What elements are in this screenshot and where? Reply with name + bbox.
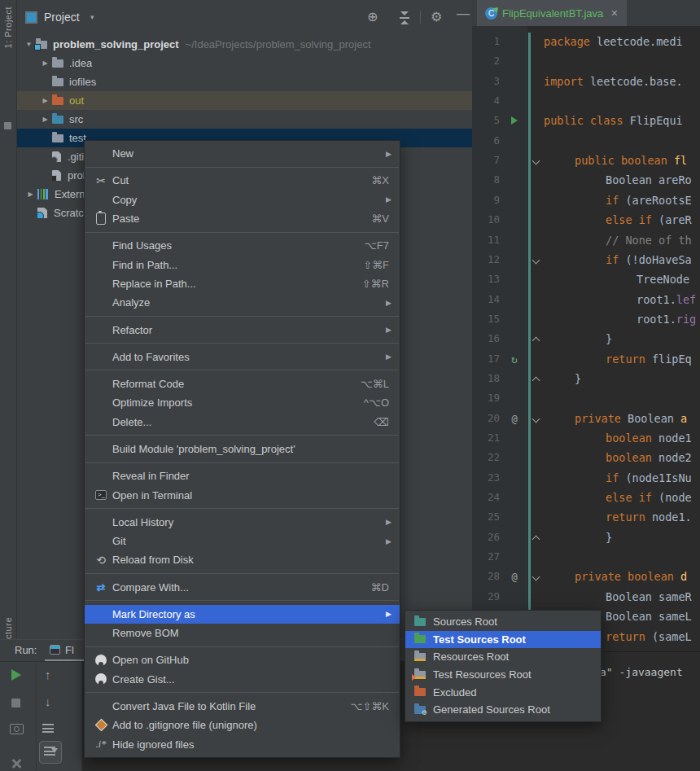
locate-file-icon[interactable]: ⊕ [367, 10, 378, 24]
menu-item-find-in-path-[interactable]: Find in Path...⇧⌘F [85, 256, 400, 274]
menu-item-label: Create Gist... [112, 673, 175, 686]
tool-window-square-icon[interactable] [4, 122, 11, 129]
expand-arrow-icon[interactable]: ▶ [38, 97, 52, 104]
submenu-item-sources-root[interactable]: Sources Root [405, 613, 601, 631]
annotation-glyph: @ [511, 414, 517, 425]
tree-item-src[interactable]: ▶src [17, 110, 472, 129]
code-editor[interactable]: 1package leetcode.medi23import leetcode.… [472, 26, 700, 651]
menu-separator [85, 573, 399, 574]
fold-marker-icon[interactable] [532, 573, 540, 581]
line-number: 6 [472, 131, 500, 151]
menu-item-reformat-code[interactable]: Reformat Code⌥⌘L [85, 375, 400, 393]
code-line-9: 9if (areRootsE [472, 191, 700, 210]
menu-item-label: Cut [112, 174, 129, 186]
expand-arrow-icon[interactable]: ▶ [38, 59, 52, 67]
menu-item-local-history[interactable]: Local History▶ [85, 513, 400, 532]
menu-item-convert-java-file-to-kotlin-file[interactable]: Convert Java File to Kotlin File⌥⇧⌘K [85, 697, 400, 716]
menu-item-open-in-terminal[interactable]: >_Open in Terminal [85, 485, 400, 504]
menu-item-compare-with-[interactable]: ⇄Compare With...⌘D [85, 577, 400, 596]
fold-marker-icon[interactable] [532, 256, 540, 264]
menu-item-hide-ignored-files[interactable]: .i*Hide ignored files [85, 735, 400, 754]
fold-marker-icon[interactable] [532, 337, 540, 345]
code-line-8: 8Boolean areRo [472, 170, 700, 190]
menu-item-optimize-imports[interactable]: Optimize Imports^⌥O [85, 393, 400, 412]
rerun-button[interactable] [11, 669, 21, 681]
editor-tab-flipequivalentbt[interactable]: C FlipEquivalentBT.java ✕ [477, 0, 627, 26]
chevron-down-icon[interactable]: ▾ [90, 13, 94, 21]
submenu-item-excluded[interactable]: Excluded [405, 683, 601, 701]
gear-icon[interactable]: ⚙ [431, 10, 442, 24]
menu-item-shortcut: ⇧⌘F [363, 259, 400, 271]
tree-item-iofiles[interactable]: iofiles [17, 72, 472, 91]
menu-item-delete-[interactable]: Delete...⌫ [85, 413, 400, 431]
mark-directory-as-submenu: Sources RootTest Sources RootResources R… [405, 610, 602, 722]
project-panel-header: Project ▾ ⊕ ⚙ — [17, 0, 472, 34]
expand-arrow-icon[interactable]: ▶ [38, 116, 52, 123]
menu-item-cut[interactable]: ✂Cut⌘X [85, 171, 400, 190]
project-view-title[interactable]: Project [44, 11, 80, 24]
submenu-item-test-sources-root[interactable]: Test Sources Root [405, 631, 601, 649]
fold-marker-icon[interactable] [532, 535, 540, 543]
code-line-10: 10else if (areR [472, 210, 700, 230]
menu-item-create-gist-[interactable]: Create Gist... [85, 670, 400, 689]
tree-item-problem-solving-project[interactable]: ▼problem_solving_project~/IdeaProjects/p… [17, 35, 472, 54]
code-line-20: 20@private Boolean a [472, 409, 700, 428]
line-number: 8 [472, 170, 500, 190]
menu-separator [85, 232, 399, 233]
run-line-icon[interactable] [505, 111, 524, 130]
submenu-item-resources-root[interactable]: Resources Root [405, 648, 601, 666]
code-text: boolean node1 [606, 428, 692, 448]
expand-arrow-icon[interactable]: ▶ [24, 191, 37, 198]
submenu-arrow-icon: ▶ [386, 518, 400, 526]
hide-panel-icon[interactable]: — [457, 7, 470, 21]
down-stack-trace-icon[interactable]: ↓ [45, 694, 51, 708]
menu-item-analyze[interactable]: Analyze▶ [85, 293, 400, 312]
menu-item-open-on-github[interactable]: Open on GitHub [85, 651, 400, 669]
screenshot-icon[interactable] [10, 724, 24, 734]
soft-wrap-icon[interactable] [42, 724, 54, 733]
menu-item-paste[interactable]: Paste⌘V [85, 209, 400, 228]
stop-button[interactable] [11, 699, 20, 707]
menu-item-mark-directory-as[interactable]: Mark Directory as▶ [85, 605, 400, 624]
menu-item-new[interactable]: New▶ [85, 144, 400, 163]
tool-window-button-project[interactable]: 1: Project [3, 7, 13, 48]
menu-item-shortcut: ^⌥O [364, 396, 400, 409]
menu-item-find-usages[interactable]: Find Usages⌥F7 [85, 236, 400, 255]
menu-item-label: Add to .gitignore file (unignore) [112, 719, 257, 731]
menu-item-remove-bom[interactable]: Remove BOM [85, 624, 400, 642]
submenu-item-test-resources-root[interactable]: Test Resources Root [405, 666, 601, 684]
mute-breakpoints-icon[interactable] [11, 758, 22, 769]
clipboard-icon [96, 212, 106, 225]
fold-marker-icon[interactable] [532, 414, 540, 423]
menu-item-build-module-problem-solving-project-[interactable]: Build Module 'problem_solving_project' [85, 440, 400, 458]
doti-icon: .i* [85, 738, 112, 751]
tree-item-out[interactable]: ▶out [17, 91, 472, 110]
menu-item-git[interactable]: Git▶ [85, 532, 400, 550]
menu-item-label: Reveal in Finder [112, 470, 190, 482]
submenu-item-generated-sources-root[interactable]: Generated Sources Root [405, 701, 601, 719]
fold-marker-icon[interactable] [532, 157, 540, 165]
menu-item-add-to-favorites[interactable]: Add to Favorites▶ [85, 348, 400, 366]
menu-item-reveal-in-finder[interactable]: Reveal in Finder [85, 467, 400, 485]
menu-item-refactor[interactable]: Refactor▶ [85, 320, 400, 339]
code-line-4: 4 [472, 91, 700, 111]
file-ignored-icon [52, 151, 61, 162]
menu-item-label: Find Usages [112, 239, 172, 252]
annotation-icon: @ [505, 409, 524, 429]
folder-icon [52, 59, 63, 68]
menu-item-replace-in-path-[interactable]: Replace in Path...⇧⌘R [85, 274, 400, 293]
code-line-7: 7public boolean fl [472, 151, 700, 170]
menu-item-reload-from-disk[interactable]: ⟲Reload from Disk [85, 550, 400, 569]
tree-item-label: src [69, 113, 83, 125]
menu-item-copy[interactable]: Copy▶ [85, 191, 400, 209]
up-stack-trace-icon[interactable]: ↑ [45, 668, 51, 681]
line-number: 5 [472, 111, 500, 130]
fold-marker-icon[interactable] [532, 376, 540, 384]
scroll-to-end-icon[interactable] [39, 741, 62, 764]
close-icon[interactable]: ✕ [610, 8, 618, 19]
menu-item-add-to-gitignore-file-unignore-[interactable]: Add to .gitignore file (unignore) [85, 716, 400, 734]
run-tab-title[interactable]: Fl [65, 644, 74, 656]
collapse-all-icon[interactable] [400, 11, 409, 23]
submenu-arrow-icon: ▶ [386, 353, 400, 361]
tree-item--idea[interactable]: ▶.idea [17, 54, 472, 72]
